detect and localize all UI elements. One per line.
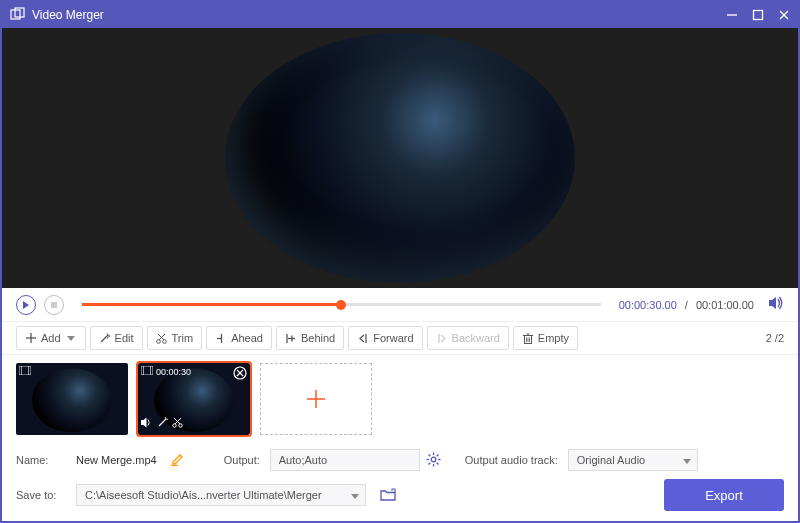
name-label: Name: xyxy=(16,454,66,466)
clip-toolbar: Add Edit Trim Ahead Behind Forward Backw… xyxy=(2,321,798,355)
clip-counter: 2 /2 xyxy=(766,332,784,344)
preview-frame xyxy=(225,33,575,283)
svg-marker-11 xyxy=(67,336,75,341)
backward-icon xyxy=(436,332,448,344)
add-clip-placeholder[interactable] xyxy=(260,363,372,435)
svg-point-14 xyxy=(163,339,167,343)
clip-duration: 00:00:30 xyxy=(156,367,191,377)
timeline-slider[interactable] xyxy=(82,303,601,306)
scissors-icon xyxy=(156,332,168,344)
ahead-icon xyxy=(215,332,227,344)
behind-button[interactable]: Behind xyxy=(276,326,344,350)
titlebar: Video Merger xyxy=(2,2,798,28)
app-title: Video Merger xyxy=(32,8,726,22)
svg-marker-57 xyxy=(683,459,691,464)
clip-strip: 00:00:30 xyxy=(2,355,798,443)
export-button[interactable]: Export xyxy=(664,479,784,511)
chevron-down-icon xyxy=(683,454,691,466)
clip-edit-icon[interactable] xyxy=(157,414,168,432)
svg-line-56 xyxy=(428,462,430,464)
audio-track-label: Output audio track: xyxy=(465,454,558,466)
svg-rect-3 xyxy=(754,11,763,20)
total-time: 00:01:00.00 xyxy=(696,299,754,311)
svg-marker-6 xyxy=(23,301,29,309)
wand-icon xyxy=(99,332,111,344)
playback-controls: 00:00:30.00/00:01:00.00 xyxy=(2,288,798,321)
current-time: 00:00:30.00 xyxy=(619,299,677,311)
save-to-label: Save to: xyxy=(16,489,66,501)
svg-line-40 xyxy=(159,419,166,426)
plus-icon xyxy=(25,332,37,344)
backward-button: Backward xyxy=(427,326,509,350)
edit-name-button[interactable] xyxy=(171,453,184,468)
open-folder-button[interactable] xyxy=(380,488,396,503)
clip-trim-icon[interactable] xyxy=(172,414,183,432)
ahead-button[interactable]: Ahead xyxy=(206,326,272,350)
edit-button[interactable]: Edit xyxy=(90,326,143,350)
trim-button[interactable]: Trim xyxy=(147,326,203,350)
trash-icon xyxy=(522,332,534,344)
svg-marker-39 xyxy=(141,418,147,428)
name-value: New Merge.mp4 xyxy=(76,454,157,466)
svg-line-43 xyxy=(175,418,181,424)
video-preview[interactable] xyxy=(2,28,798,288)
svg-point-41 xyxy=(173,424,176,427)
volume-icon[interactable] xyxy=(768,296,784,314)
svg-rect-7 xyxy=(51,302,57,308)
svg-point-42 xyxy=(179,424,182,427)
chevron-down-icon xyxy=(351,489,359,501)
svg-marker-8 xyxy=(769,297,776,309)
svg-point-48 xyxy=(431,457,436,462)
minimize-button[interactable] xyxy=(726,9,738,21)
svg-line-55 xyxy=(436,454,438,456)
timeline-progress xyxy=(82,303,341,306)
stop-button[interactable] xyxy=(44,295,64,315)
svg-line-53 xyxy=(428,454,430,456)
svg-rect-33 xyxy=(141,366,153,375)
film-icon xyxy=(19,366,31,375)
play-button[interactable] xyxy=(16,295,36,315)
output-settings-button[interactable] xyxy=(426,452,441,469)
behind-icon xyxy=(285,332,297,344)
svg-line-15 xyxy=(159,334,165,340)
svg-point-13 xyxy=(157,339,161,343)
timeline-handle[interactable] xyxy=(336,300,346,310)
svg-line-54 xyxy=(436,462,438,464)
output-format-select[interactable]: Auto;Auto xyxy=(270,449,420,471)
forward-button[interactable]: Forward xyxy=(348,326,422,350)
svg-rect-30 xyxy=(19,366,31,375)
remove-clip-button[interactable] xyxy=(233,366,247,384)
clip-thumbnail[interactable]: 00:00:30 xyxy=(138,363,250,435)
chevron-down-icon xyxy=(65,332,77,344)
output-label: Output: xyxy=(224,454,260,466)
clip-thumbnail[interactable] xyxy=(16,363,128,435)
svg-line-44 xyxy=(174,418,180,424)
output-panel: Name: New Merge.mp4 Output: Auto;Auto Ou… xyxy=(2,443,798,521)
audio-track-select[interactable]: Original Audio xyxy=(568,449,698,471)
svg-line-16 xyxy=(158,334,164,340)
empty-button[interactable]: Empty xyxy=(513,326,578,350)
clip-audio-icon[interactable] xyxy=(141,414,153,432)
forward-icon xyxy=(357,332,369,344)
maximize-button[interactable] xyxy=(752,9,764,21)
add-button[interactable]: Add xyxy=(16,326,86,350)
close-button[interactable] xyxy=(778,9,790,21)
film-icon xyxy=(141,366,153,377)
save-path-select[interactable]: C:\Aiseesoft Studio\Ais...nverter Ultima… xyxy=(76,484,366,506)
app-icon xyxy=(10,7,26,23)
svg-marker-58 xyxy=(351,494,359,499)
